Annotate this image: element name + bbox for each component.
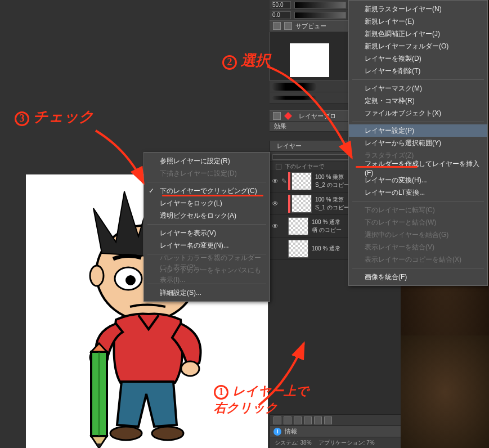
menu-item[interactable]: 新規ラスターレイヤー(N) <box>349 3 487 15</box>
brush-size-slider[interactable] <box>294 2 346 8</box>
info-icon: i <box>273 428 281 436</box>
menu-separator <box>352 268 484 268</box>
menu-item-label: レイヤーを表示(V) <box>160 229 216 238</box>
menu-item-label: レイヤーの変換(H)... <box>365 176 427 185</box>
transfer-icon[interactable] <box>324 416 332 424</box>
new-folder-icon[interactable] <box>284 416 291 424</box>
visibility-toggle[interactable]: 👁 <box>270 177 280 185</box>
brush-val2-slider[interactable] <box>294 12 346 19</box>
menu-item-label: 下のレイヤーに転写(C) <box>365 205 435 215</box>
menu-item-label: 新規レイヤー(E) <box>365 17 414 26</box>
menu-item[interactable]: 定規・コマ枠(R) <box>349 95 487 107</box>
menu-item-label: 新規レイヤーフォルダー(O) <box>365 42 448 51</box>
nav-thumbnail <box>290 43 329 77</box>
layer-prop-panel: レイヤープロ 効果 <box>270 110 348 132</box>
menu-item[interactable]: レイヤーの変換(H)... <box>349 174 487 186</box>
layer-thumbnail <box>288 240 308 258</box>
tool-panel: サブビュー <box>270 0 348 32</box>
clip-label: 下のレイヤーで <box>285 163 324 171</box>
layer-toolbar <box>270 414 401 425</box>
menu-item[interactable]: 詳細設定(S)... <box>144 286 270 299</box>
menu-item-label: パレットカラーをキャンバスにも表示(I)... <box>160 266 264 285</box>
checkbox-icon <box>276 164 281 169</box>
menu-item-label: 画像を統合(F) <box>365 272 407 282</box>
new-layer-icon[interactable] <box>273 416 281 424</box>
mask-icon[interactable] <box>294 416 302 424</box>
menu-item-label: 選択中のレイヤーを結合(G) <box>365 230 448 240</box>
info-label: 情報 <box>285 427 297 436</box>
menu-item-label: レイヤーのLT変換... <box>365 188 425 198</box>
layer-prop-header[interactable]: レイヤープロ <box>270 110 348 122</box>
menu-item-label: ファイルオブジェクト(X) <box>365 109 441 118</box>
menu-item[interactable]: ファイルオブジェクト(X) <box>349 107 487 119</box>
visibility-toggle[interactable]: 👁 <box>270 200 280 208</box>
status-bar: システム: 38% アプリケーション: 7% <box>270 437 401 448</box>
menu-item[interactable]: レイヤーから選択範囲(Y) <box>349 137 487 149</box>
menu-item[interactable]: レイヤー設定(P) <box>349 124 487 137</box>
brush-val2-input[interactable] <box>272 11 291 19</box>
layer-tab-label: レイヤー <box>277 142 302 150</box>
brush-stroke-icon <box>272 96 317 100</box>
menu-item-label: 下のレイヤーと結合(W) <box>365 218 436 227</box>
brush-panel <box>270 81 348 104</box>
visibility-toggle[interactable]: 👁 <box>270 222 280 230</box>
grid-icon <box>273 22 281 30</box>
menu-item: 下描きレイヤーに設定(D) <box>144 167 270 180</box>
menu-item[interactable]: レイヤーを削除(T) <box>349 65 487 77</box>
menu-item[interactable]: レイヤーを複製(D) <box>349 52 487 65</box>
delete-icon[interactable] <box>314 416 322 424</box>
check-icon: ✓ <box>149 187 154 195</box>
svg-point-8 <box>181 361 199 376</box>
menu-item[interactable]: 新規レイヤーフォルダー(O) <box>349 40 487 52</box>
layer-settings-submenu[interactable]: 参照レイヤーに設定(R)下描きレイヤーに設定(D)✓下のレイヤーでクリッピング(… <box>143 152 270 302</box>
menu-item-label: レイヤーマスク(M) <box>365 84 422 93</box>
brush-stroke-icon <box>272 83 317 91</box>
menu-item-label: 透明ピクセルをロック(A) <box>160 211 236 221</box>
grid-icon <box>273 112 281 120</box>
menu-item[interactable]: 透明ピクセルをロック(A) <box>144 209 270 222</box>
layer-prop-tab-label: レイヤープロ <box>299 112 336 120</box>
brush-size-input[interactable] <box>272 1 291 9</box>
brush-val2-row <box>270 10 348 20</box>
menu-item[interactable]: レイヤーを表示(V) <box>144 227 270 239</box>
menu-item[interactable]: レイヤーをロック(L) <box>144 197 270 209</box>
menu-item-label: レイヤーを削除(T) <box>365 66 420 76</box>
menu-item-label: レイヤー名の変更(N)... <box>160 241 229 250</box>
merge-icon[interactable] <box>304 416 312 424</box>
svg-point-10 <box>152 427 183 440</box>
annotation-underline <box>162 195 263 196</box>
draft-mark-col: ✎ <box>280 177 288 185</box>
menu-item[interactable]: レイヤーのLT変換... <box>349 186 487 199</box>
menu-separator <box>147 224 266 225</box>
annotation-2: 2 選択 <box>222 51 270 70</box>
menu-item[interactable]: 参照レイヤーに設定(R) <box>144 155 270 167</box>
layer-context-menu[interactable]: 新規ラスターレイヤー(N)新規レイヤー(E)新規色調補正レイヤー(J)新規レイヤ… <box>348 0 488 286</box>
brush-preview-row2[interactable] <box>270 92 348 104</box>
menu-separator <box>147 182 266 182</box>
effect-row[interactable]: 効果 <box>270 122 348 132</box>
menu-item-label: レイヤーをロック(L) <box>160 199 222 208</box>
menu-separator <box>352 201 484 201</box>
menu-item-label: 下描きレイヤーに設定(D) <box>160 169 237 178</box>
menu-item[interactable]: フォルダーを作成してレイヤーを挿入(F) <box>349 162 487 174</box>
menu-separator <box>352 122 484 122</box>
annotation-underline <box>356 166 418 168</box>
svg-point-1 <box>90 266 104 286</box>
menu-item: 選択中のレイヤーを結合(G) <box>349 229 487 241</box>
layer-thumbnail <box>291 195 312 213</box>
menu-item-label: 定規・コマ枠(R) <box>365 96 415 106</box>
info-bar[interactable]: i 情報 <box>270 425 401 437</box>
menu-item[interactable]: 新規レイヤー(E) <box>349 15 487 28</box>
clip-indicator <box>288 195 290 213</box>
status-system: システム: 38% <box>275 439 312 447</box>
menu-item[interactable]: 画像を統合(F) <box>349 271 487 283</box>
menu-item[interactable]: レイヤーマスク(M) <box>349 82 487 95</box>
menu-item[interactable]: 新規色調補正レイヤー(J) <box>349 28 487 40</box>
layer-thumbnail <box>288 217 308 235</box>
navigator-panel[interactable] <box>270 32 348 81</box>
brush-preview-row[interactable] <box>270 81 348 92</box>
layer-thumbnail <box>291 172 312 190</box>
subview-header[interactable]: サブビュー <box>270 20 348 32</box>
svg-point-9 <box>110 427 142 440</box>
menu-item[interactable]: レイヤー名の変更(N)... <box>144 239 270 252</box>
